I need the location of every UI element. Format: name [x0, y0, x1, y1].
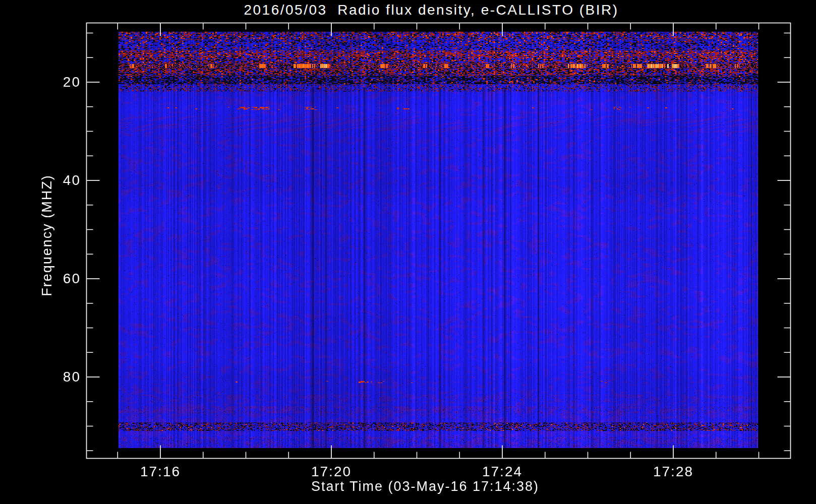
x-tick-label: 17:24: [482, 464, 522, 480]
y-tick-label: 20: [63, 74, 81, 90]
y-tick-label: 80: [63, 369, 81, 385]
x-axis-title: Start Time (03-May-16 17:14:38): [311, 479, 539, 494]
radio-spectrogram-figure: 2016/05/03 Radio flux density, e-CALLIST…: [0, 0, 816, 504]
x-tick-label: 17:16: [140, 464, 181, 480]
x-tick-label: 17:28: [653, 464, 693, 480]
axes-frame: [0, 0, 816, 504]
x-tick-label: 17:20: [311, 464, 352, 480]
y-tick-label: 60: [63, 271, 81, 287]
plot-box: [87, 23, 791, 459]
y-tick-label: 40: [63, 172, 81, 188]
y-axis-title: Frequency (MHZ): [39, 174, 55, 296]
